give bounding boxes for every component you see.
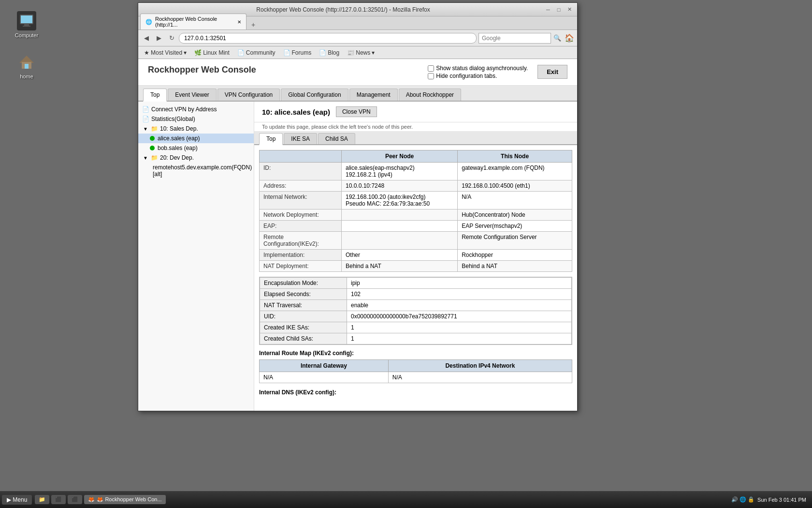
row-peer-id: alice.sales(eap-mschapv2)192.168.2.1 (ip…: [342, 163, 458, 180]
expand-icon-dev[interactable]: ▼: [142, 154, 149, 161]
tab-event-viewer[interactable]: Event Viewer: [168, 89, 216, 101]
table-row: Implementation: Other Rockhopper: [260, 250, 572, 261]
new-tab-button[interactable]: +: [248, 20, 258, 30]
minimize-button[interactable]: ─: [544, 6, 552, 14]
table-area: Peer Node This Node ID: alice.sales(eap-…: [254, 145, 577, 411]
bookmark-linux-mint[interactable]: 🌿 Linux Mint: [191, 48, 232, 57]
content-tab-child-sa[interactable]: Child SA: [318, 133, 355, 144]
sidebar-item-alice[interactable]: alice.sales (eap): [138, 134, 254, 143]
checkbox-async-row: Show status dialog asynchronously.: [428, 65, 528, 72]
doc-icon-statistics: 📄: [142, 116, 149, 122]
close-button[interactable]: ✕: [566, 6, 573, 14]
route-map-table: Internal Gateway Destination IPv4 Networ…: [259, 359, 572, 383]
forward-button[interactable]: ▶: [154, 33, 164, 44]
info-row: UID: 0x000000000000000b7ea752039892771: [260, 311, 572, 322]
sidebar-item-remotehost5[interactable]: remotehost5.dev.example.com(FQDN)[alt]: [138, 163, 254, 179]
row-label-eap: EAP:: [260, 221, 342, 232]
bookmark-most-visited[interactable]: ★ Most Visited ▾: [141, 48, 189, 57]
community-label: Community: [246, 49, 276, 56]
table-row: Address: 10.0.0.10:7248 192.168.0.100:45…: [260, 180, 572, 192]
sidebar-item-bob[interactable]: bob.sales (eap): [138, 143, 254, 153]
tab-top[interactable]: Top: [143, 89, 167, 102]
peer-title: 10: alice.sales (eap): [262, 108, 330, 116]
nav-tabs: Top Event Viewer VPN Configuration Globa…: [138, 86, 577, 102]
sys-tray-icons: 🔊 🌐 🔒: [731, 496, 754, 503]
status-dot-alice: [150, 136, 155, 141]
content-panel: 10: alice.sales (eap) Close VPN To updat…: [254, 102, 577, 411]
taskbar-files-button[interactable]: 📁: [35, 495, 49, 504]
desktop-icon-computer[interactable]: Computer: [7, 7, 46, 42]
forums-icon: 📄: [283, 49, 290, 56]
sidebar: 📄 Connect VPN by Address 📄 Statistics(Gl…: [138, 102, 254, 411]
taskbar-browser-item[interactable]: 🦊 🦊 Rockhopper Web Con...: [84, 495, 165, 504]
sidebar-item-dev-dep[interactable]: ▼ 📁 20: Dev Dep.: [138, 153, 254, 163]
checkbox-async[interactable]: [428, 65, 434, 72]
reload-button[interactable]: ↻: [166, 33, 177, 44]
tab-global-config[interactable]: Global Configuration: [281, 89, 348, 101]
expand-icon-sales[interactable]: ▼: [142, 125, 149, 132]
row-this-nat: Behind a NAT: [458, 261, 572, 272]
bookmark-community[interactable]: 📄 Community: [234, 48, 278, 57]
content-tab-ike-sa[interactable]: IKE SA: [284, 133, 317, 144]
desktop-icon-home[interactable]: home: [7, 48, 46, 83]
search-input[interactable]: [478, 33, 551, 44]
tab-label: Rockhopper Web Console (http://1...: [155, 16, 232, 28]
close-vpn-button[interactable]: Close VPN: [336, 106, 377, 117]
checkbox-hide[interactable]: [428, 73, 434, 79]
address-bar: ◀ ▶ ↻ 🔍 🏠: [138, 30, 577, 46]
sidebar-item-statistics[interactable]: 📄 Statistics(Global): [138, 114, 254, 124]
tab-about[interactable]: About Rockhopper: [399, 89, 461, 101]
table-header-empty: [260, 150, 342, 163]
info-value-encap: ipip: [347, 278, 572, 289]
search-button[interactable]: 🔍: [552, 33, 563, 44]
sidebar-label-bob: bob.sales (eap): [158, 145, 198, 151]
bookmark-news[interactable]: 📰 News ▾: [344, 48, 377, 57]
table-row: ID: alice.sales(eap-mschapv2)192.168.2.1…: [260, 163, 572, 180]
row-this-remote-config: Remote Configuration Server: [458, 232, 572, 250]
most-visited-label: Most Visited: [151, 49, 182, 56]
table-header-peer-node: Peer Node: [342, 150, 458, 163]
forums-label: Forums: [292, 49, 312, 56]
row-label-network-deployment: Network Deployment:: [260, 209, 342, 221]
maximize-button[interactable]: □: [555, 6, 563, 14]
sidebar-item-connect-vpn[interactable]: 📄 Connect VPN by Address: [138, 105, 254, 114]
other-icon: ⬛: [72, 496, 78, 503]
peer-subtitle: To update this page, please click the le…: [254, 122, 577, 131]
taskbar: ▶ Menu 📁 ⬛ ⬛ 🦊 🦊 Rockhopper Web Con... 🔊…: [0, 491, 812, 508]
header-controls: Show status dialog asynchronously. Hide …: [428, 65, 567, 79]
bookmark-blog[interactable]: 📄 Blog: [316, 48, 342, 57]
bookmark-forums[interactable]: 📄 Forums: [280, 48, 315, 57]
news-icon: 📰: [347, 49, 354, 56]
info-label-elapsed: Elapsed Seconds:: [260, 289, 347, 300]
tab-management[interactable]: Management: [349, 89, 398, 101]
news-label: News: [356, 49, 370, 56]
back-button[interactable]: ◀: [141, 33, 152, 44]
content-tab-top[interactable]: Top: [259, 133, 283, 145]
info-label-child-sas: Created Child SAs:: [260, 333, 347, 344]
route-row: N/A N/A: [260, 372, 572, 383]
info-label-ike-sas: Created IKE SAs:: [260, 322, 347, 333]
info-row: NAT Traversal: enable: [260, 300, 572, 311]
tab-close-icon[interactable]: ✕: [237, 19, 241, 25]
sidebar-item-sales-dep[interactable]: ▼ 📁 10: Sales Dep.: [138, 124, 254, 134]
sidebar-label-statistics: Statistics(Global): [151, 116, 195, 122]
taskbar-other-button[interactable]: ⬛: [68, 495, 82, 504]
route-header-network: Destination IPv4 Network: [388, 360, 572, 372]
exit-button[interactable]: Exit: [537, 65, 567, 79]
info-value-nat-trav: enable: [347, 300, 572, 311]
checkbox-hide-row: Hide configuration tabs.: [428, 73, 528, 79]
taskbar-terminal-button[interactable]: ⬛: [51, 495, 66, 504]
start-menu-button[interactable]: ▶ Menu: [2, 495, 32, 505]
address-input[interactable]: [179, 33, 477, 44]
home-button[interactable]: 🏠: [565, 33, 574, 43]
table-header-this-node: This Node: [458, 150, 572, 163]
browser-tab-active[interactable]: 🌐 Rockhopper Web Console (http://1... ✕: [140, 14, 246, 30]
tab-vpn-config[interactable]: VPN Configuration: [218, 89, 280, 101]
info-value-uid: 0x000000000000000b7ea752039892771: [347, 311, 572, 322]
header-checkboxes: Show status dialog asynchronously. Hide …: [428, 65, 528, 79]
checkbox-async-label: Show status dialog asynchronously.: [436, 65, 528, 72]
tab-favicon: 🌐: [145, 19, 152, 25]
info-row: Encapsulation Mode: ipip: [260, 278, 572, 289]
terminal-icon: ⬛: [55, 496, 62, 503]
info-value-elapsed: 102: [347, 289, 572, 300]
